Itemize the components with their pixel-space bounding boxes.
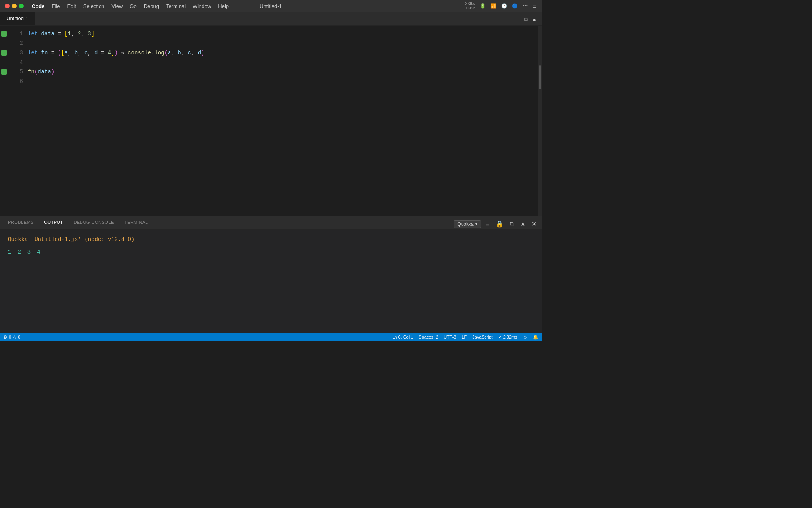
code-line-2 (28, 38, 538, 48)
clock-icon: 🕐 (501, 3, 507, 9)
num-3: 3 (88, 29, 91, 38)
line-number-5: 5 (8, 67, 23, 77)
comma-1: , (71, 29, 78, 38)
menu-terminal[interactable]: Terminal (166, 3, 186, 9)
panel-actions: Quokka ▾ ≡ 🔒 ⧉ ∧ ✕ (454, 219, 542, 229)
dropdown-label: Quokka (457, 221, 473, 227)
comma-la: , (171, 48, 178, 58)
dropdown-arrow-icon: ▾ (475, 222, 477, 226)
status-position[interactable]: Ln 6, Col 1 (392, 335, 413, 339)
bracket-close-1: ] (91, 29, 94, 38)
tab-debug-console[interactable]: DEBUG CONSOLE (69, 216, 119, 229)
op-eq-d: = (98, 48, 108, 58)
gutter-dot-3 (1, 50, 7, 56)
window-title: Untitled-1 (260, 3, 282, 9)
status-errors[interactable]: ⊗ 0 △ 0 (3, 334, 20, 340)
status-bar-right: Ln 6, Col 1 Spaces: 2 UTF-8 LF JavaScrip… (392, 335, 538, 340)
line-numbers: 1 2 3 4 5 6 (8, 26, 28, 216)
maximize-button[interactable] (19, 4, 24, 8)
output-dropdown[interactable]: Quokka ▾ (454, 220, 481, 228)
paren-open-3: ( (58, 48, 61, 58)
panel: PROBLEMS OUTPUT DEBUG CONSOLE TERMINAL Q… (0, 216, 542, 333)
gutter-dot-5 (1, 69, 7, 75)
call-paren-open: ( (34, 67, 38, 77)
network-up: 0 KB/s (465, 2, 475, 6)
tab-terminal[interactable]: TERMINAL (120, 216, 153, 229)
var-fn: fn (41, 48, 48, 58)
output-header: Quokka 'Untitled-1.js' (node: v12.4.0) (8, 236, 534, 242)
status-line-ending[interactable]: LF (462, 335, 467, 339)
menu-file[interactable]: File (52, 3, 60, 9)
num-2: 2 (78, 29, 81, 38)
output-num-3: 3 (27, 249, 31, 255)
output-num-2: 2 (17, 249, 21, 255)
editor-tab-untitled[interactable]: Untitled-1 (0, 12, 35, 25)
param-c: c (84, 48, 88, 58)
battery-icon: 🔋 (480, 3, 486, 9)
minimize-button[interactable] (12, 4, 17, 8)
scrollbar-thumb[interactable] (539, 65, 541, 89)
arrow-3: ⇒ (118, 48, 128, 58)
filter-icon[interactable]: ≡ (484, 220, 491, 229)
code-line-1: let data = [1, 2, 3] (28, 29, 538, 38)
menu-code[interactable]: Code (32, 3, 45, 9)
status-timing: ✓ 2.32ms (498, 335, 517, 340)
call-paren-close: ) (51, 67, 54, 77)
arg-c: c (188, 48, 191, 58)
menu-selection[interactable]: Selection (83, 3, 104, 9)
menu-window[interactable]: Window (193, 3, 211, 9)
line-number-6: 6 (8, 77, 23, 86)
kw-let-3: let (28, 48, 41, 58)
network-down: 0 KB/s (465, 6, 475, 10)
tab-bar-actions: ⧉ ● (523, 15, 542, 25)
param-d: d (94, 48, 98, 58)
line-number-4: 4 (8, 58, 23, 67)
warning-icon: △ (13, 334, 16, 340)
status-encoding[interactable]: UTF-8 (444, 335, 456, 339)
status-language[interactable]: JavaScript (472, 335, 492, 339)
smiley-icon[interactable]: ☺ (523, 335, 527, 339)
copy-icon[interactable]: ⧉ (508, 220, 516, 229)
menu-debug[interactable]: Debug (144, 3, 159, 9)
menu-go[interactable]: Go (130, 3, 136, 9)
line-number-2: 2 (8, 38, 23, 48)
status-spaces[interactable]: Spaces: 2 (419, 335, 438, 339)
collapse-icon[interactable]: ∧ (519, 219, 527, 229)
call-data: data (38, 67, 51, 77)
tab-problems[interactable]: PROBLEMS (3, 216, 38, 229)
more-icon[interactable]: ••• (523, 3, 528, 9)
status-bar: ⊗ 0 △ 0 Ln 6, Col 1 Spaces: 2 UTF-8 LF J… (0, 333, 542, 341)
comma-lc: , (191, 48, 198, 58)
line-number-3: 3 (8, 48, 23, 58)
menu-help[interactable]: Help (218, 3, 229, 9)
split-editor-icon[interactable]: ⧉ (523, 15, 529, 24)
param-b: b (75, 48, 78, 58)
var-data: data (41, 29, 55, 38)
arg-d: d (198, 48, 201, 58)
fn-log: log (154, 48, 164, 58)
comma-lb: , (181, 48, 188, 58)
circle-icon[interactable]: ● (532, 16, 537, 24)
close-button[interactable] (5, 4, 10, 8)
code-area[interactable]: let data = [1, 2, 3] let fn = ([a, b, c,… (28, 26, 538, 216)
bracket-close-3: ] (111, 48, 114, 58)
comma-a: , (68, 48, 75, 58)
lock-icon[interactable]: 🔒 (494, 219, 505, 229)
line-number-1: 1 (8, 29, 23, 38)
gutter-empty-4 (0, 58, 8, 67)
menu-edit[interactable]: Edit (67, 3, 76, 9)
editor-scrollbar[interactable] (538, 26, 542, 216)
op-eq-1: = (54, 29, 64, 38)
tab-title: Untitled-1 (6, 15, 29, 21)
gutter-empty-2 (0, 38, 8, 48)
menu-view[interactable]: View (111, 3, 123, 9)
bell-icon[interactable]: 🔔 (533, 335, 538, 340)
finder-icon: 🔵 (512, 3, 518, 9)
close-panel-icon[interactable]: ✕ (530, 219, 538, 229)
list-icon[interactable]: ☰ (532, 3, 537, 9)
tab-output[interactable]: OUTPUT (39, 216, 68, 229)
menu-bar: Code File Edit Selection View Go Debug T… (32, 3, 229, 9)
num-1: 1 (68, 29, 71, 38)
network-info: 0 KB/s 0 KB/s (465, 2, 475, 10)
paren-close-3: ) (115, 48, 118, 58)
